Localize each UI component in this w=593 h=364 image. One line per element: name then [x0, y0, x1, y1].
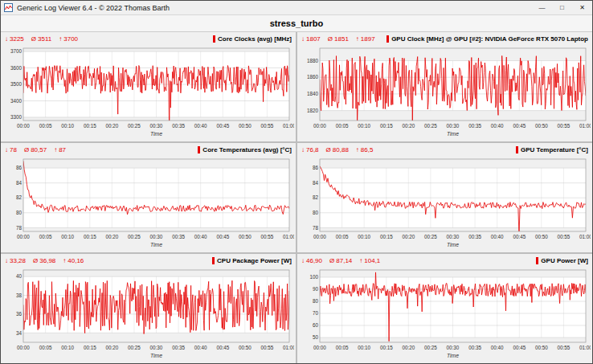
chart-title: GPU Clock [MHz] @ GPU [#2]: NVIDIA GeFor…: [386, 35, 588, 43]
svg-text:80: 80: [16, 210, 22, 215]
svg-text:38: 38: [16, 292, 22, 298]
svg-text:00:30: 00:30: [447, 234, 460, 239]
svg-text:01:00: 01:00: [579, 345, 591, 350]
svg-text:00:45: 00:45: [216, 345, 229, 350]
min-stat: ↓46,90: [301, 257, 322, 264]
svg-text:00:50: 00:50: [535, 234, 548, 239]
avg-icon: Ø: [31, 35, 36, 43]
max-value: 3700: [63, 35, 78, 43]
svg-text:00:10: 00:10: [61, 234, 74, 239]
max-stat: ↑3700: [59, 35, 78, 43]
panel-gpu-temperature: ↓76,8 Ø80,88 ↑86,5 GPU Temperature [°C] …: [297, 143, 592, 252]
close-button[interactable]: ✕: [572, 1, 592, 14]
series-color-icon: [198, 146, 200, 153]
panel-header: ↓78 Ø80,57 ↑87 Core Temperatures (avg) […: [2, 144, 294, 156]
min-value: 76,8: [306, 146, 319, 153]
core-temperatures-chart[interactable]: 00:0000:0500:1000:1500:2000:2500:3000:35…: [2, 156, 294, 251]
avg-icon: Ø: [24, 146, 29, 153]
svg-text:00:05: 00:05: [39, 345, 52, 350]
min-stat: ↓33,28: [5, 257, 26, 264]
svg-text:00:25: 00:25: [424, 345, 437, 350]
svg-text:00:10: 00:10: [61, 345, 74, 350]
svg-text:00:50: 00:50: [239, 123, 252, 129]
svg-text:Time: Time: [150, 242, 162, 247]
window-buttons: — □ ✕: [532, 1, 592, 14]
svg-text:00:40: 00:40: [491, 345, 504, 350]
svg-text:84: 84: [313, 180, 319, 186]
min-stat: ↓78: [5, 146, 17, 153]
max-stat: ↑87: [54, 146, 66, 153]
svg-text:00:25: 00:25: [424, 234, 437, 239]
svg-text:01:00: 01:00: [283, 345, 294, 350]
minimize-button[interactable]: —: [532, 1, 552, 14]
panel-gpu-clock: ↓1807 Ø1851 ↑1897 GPU Clock [MHz] @ GPU …: [297, 32, 592, 141]
svg-text:01:00: 01:00: [579, 123, 591, 129]
svg-text:00:05: 00:05: [336, 234, 349, 239]
svg-text:00:50: 00:50: [239, 234, 252, 239]
svg-text:00:10: 00:10: [358, 345, 370, 350]
svg-text:00:05: 00:05: [336, 345, 349, 350]
svg-text:82: 82: [313, 194, 319, 200]
svg-text:60: 60: [313, 322, 319, 328]
svg-text:00:35: 00:35: [172, 234, 185, 239]
svg-text:78: 78: [313, 225, 319, 231]
svg-text:01:00: 01:00: [579, 234, 591, 239]
svg-text:40: 40: [16, 273, 22, 279]
series-stats: ↓46,90 Ø87,14 ↑104,1: [301, 257, 380, 264]
gpu-power-chart[interactable]: 00:0000:0500:1000:1500:2000:2500:3000:35…: [299, 267, 591, 362]
svg-text:01:00: 01:00: [283, 234, 294, 239]
min-icon: ↓: [5, 35, 8, 43]
min-icon: ↓: [301, 257, 305, 264]
svg-text:00:05: 00:05: [39, 123, 52, 129]
svg-text:00:05: 00:05: [336, 123, 349, 129]
panel-cpu-package-power: ↓33,28 Ø36,98 ↑40,16 CPU Package Power […: [1, 254, 296, 363]
svg-text:00:00: 00:00: [313, 345, 326, 350]
svg-text:00:20: 00:20: [402, 123, 415, 129]
svg-text:3600: 3600: [10, 65, 22, 71]
svg-text:00:55: 00:55: [261, 234, 274, 239]
chart-title-text: CPU Package Power [W]: [217, 257, 292, 264]
max-stat: ↑1897: [356, 35, 375, 43]
core-clocks-chart[interactable]: 00:0000:0500:1000:1500:2000:2500:3000:35…: [2, 45, 294, 140]
max-stat: ↑104,1: [359, 257, 380, 264]
svg-text:84: 84: [16, 180, 22, 186]
chart-title: GPU Power [W]: [536, 257, 588, 264]
svg-text:00:50: 00:50: [535, 123, 548, 129]
svg-text:00:00: 00:00: [313, 234, 326, 239]
svg-text:3500: 3500: [10, 81, 22, 87]
series-stats: ↓1807 Ø1851 ↑1897: [301, 35, 375, 43]
svg-text:00:45: 00:45: [513, 234, 526, 239]
svg-text:1840: 1840: [307, 91, 319, 96]
min-value: 46,90: [306, 257, 322, 264]
avg-stat: Ø36,98: [33, 257, 55, 264]
svg-text:00:30: 00:30: [150, 345, 163, 350]
svg-text:00:40: 00:40: [194, 234, 207, 239]
series-color-icon: [212, 257, 215, 264]
svg-text:3400: 3400: [10, 98, 22, 104]
svg-text:00:10: 00:10: [61, 123, 74, 129]
gpu-clock-chart[interactable]: 00:0000:0500:1000:1500:2000:2500:3000:35…: [299, 45, 591, 140]
svg-text:Time: Time: [447, 353, 459, 358]
max-icon: ↑: [359, 257, 362, 264]
panel-header: ↓33,28 Ø36,98 ↑40,16 CPU Package Power […: [2, 255, 294, 267]
maximize-button[interactable]: □: [552, 1, 572, 14]
svg-text:00:55: 00:55: [261, 345, 274, 350]
svg-text:00:35: 00:35: [468, 234, 481, 239]
min-icon: ↓: [5, 146, 8, 153]
panel-header: ↓46,90 Ø87,14 ↑104,1 GPU Power [W]: [299, 255, 591, 267]
svg-text:80: 80: [313, 210, 319, 215]
svg-text:00:00: 00:00: [17, 123, 30, 129]
svg-text:00:15: 00:15: [84, 234, 96, 239]
svg-text:1880: 1880: [307, 58, 319, 63]
min-icon: ↓: [5, 257, 8, 264]
svg-text:00:25: 00:25: [128, 234, 141, 239]
cpu-package-power-chart[interactable]: 00:0000:0500:1000:1500:2000:2500:3000:35…: [2, 267, 294, 362]
avg-stat: Ø3511: [31, 35, 51, 43]
svg-text:00:45: 00:45: [216, 123, 229, 129]
svg-text:00:20: 00:20: [105, 234, 118, 239]
gpu-temperature-chart[interactable]: 00:0000:0500:1000:1500:2000:2500:3000:35…: [299, 156, 591, 251]
avg-value: 3511: [38, 35, 51, 43]
svg-text:00:45: 00:45: [513, 345, 526, 350]
avg-icon: Ø: [33, 257, 38, 264]
svg-text:70: 70: [313, 310, 319, 316]
